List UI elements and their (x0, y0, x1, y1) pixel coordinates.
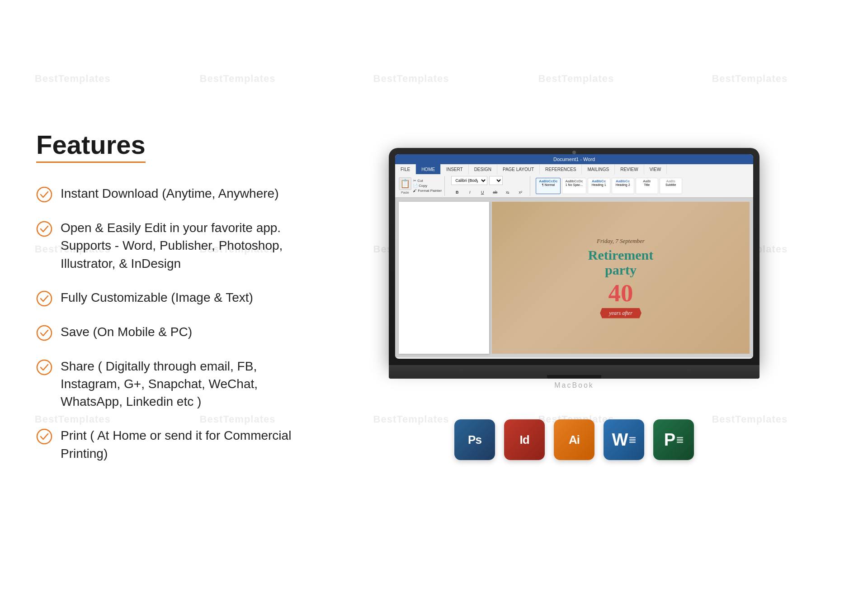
id-label: Id (519, 433, 529, 447)
app-icons-row: Ps Id Ai W P (454, 419, 694, 460)
retirement-card: Friday, 7 September Retirement party 40 … (492, 202, 750, 354)
word-tab-page-layout[interactable]: PAGE LAYOUT (497, 164, 540, 174)
word-ribbon: FILEHOMEINSERTDESIGNPAGE LAYOUTREFERENCE… (395, 164, 753, 198)
check-icon (36, 325, 52, 341)
laptop-base: MacBook (389, 365, 760, 379)
card-number: 40 (609, 280, 633, 305)
word-tab-file[interactable]: FILE (395, 164, 416, 174)
italic-button[interactable]: I (464, 186, 476, 198)
underline-button[interactable]: U (476, 186, 488, 198)
feature-item: Open & Easily Edit in your favorite app.… (36, 219, 298, 272)
feature-text: Fully Customizable (Image & Text) (61, 289, 253, 306)
ai-label: Ai (569, 433, 580, 447)
p-line-1 (677, 437, 683, 438)
word-tab-design[interactable]: DESIGN (469, 164, 497, 174)
features-list: Instant Download (Anytime, Anywhere) Ope… (36, 185, 298, 462)
pub-symbol: P (664, 430, 683, 450)
word-w-letter: W (612, 430, 628, 450)
word-tab-insert[interactable]: INSERT (441, 164, 469, 174)
card-title-retirement: Retirement (588, 247, 653, 262)
illustrator-icon: Ai (554, 419, 594, 460)
word-tab-references[interactable]: REFERENCES (540, 164, 582, 174)
word-tab-view[interactable]: VIEW (644, 164, 667, 174)
svg-point-2 (37, 291, 52, 306)
svg-point-1 (37, 222, 52, 236)
laptop-camera (572, 151, 576, 154)
p-line-3 (677, 442, 683, 443)
indesign-icon: Id (504, 419, 545, 460)
check-icon (36, 290, 52, 307)
style-subtitle[interactable]: AaBb Subtitle (660, 178, 682, 194)
word-tabs: FILEHOMEINSERTDESIGNPAGE LAYOUTREFERENCE… (395, 164, 753, 174)
clipboard-group: 📋 Paste ✂ Cut 📄 Copy 🖌 Format Painter (399, 176, 445, 196)
right-panel: Document1 - Word FILEHOMEINSERTDESIGNPAG… (316, 148, 832, 460)
bold-button[interactable]: B (451, 186, 463, 198)
feature-item: Fully Customizable (Image & Text) (36, 289, 298, 307)
svg-point-5 (37, 429, 52, 444)
feature-text: Open & Easily Edit in your favorite app.… (61, 219, 298, 272)
svg-point-3 (37, 326, 52, 340)
p-line-2 (677, 439, 683, 441)
word-app-icon: W (604, 419, 644, 460)
word-toolbar: 📋 Paste ✂ Cut 📄 Copy 🖌 Format Painter (395, 174, 753, 198)
feature-item: Share ( Digitally through email, FB, Ins… (36, 357, 298, 411)
style-title[interactable]: AaBi Title (636, 178, 658, 194)
pub-p-letter: P (664, 430, 675, 450)
laptop-body: Document1 - Word FILEHOMEINSERTDESIGNPAG… (389, 148, 760, 365)
feature-item: Save (On Mobile & PC) (36, 323, 298, 341)
publisher-icon: P (653, 419, 694, 460)
card-party: party (605, 262, 637, 278)
subscript-button[interactable]: x₂ (502, 186, 514, 198)
ps-label: Ps (468, 433, 481, 447)
laptop-screen: Document1 - Word FILEHOMEINSERTDESIGNPAG… (395, 154, 753, 359)
check-icon (36, 221, 52, 237)
card-banner: years after (600, 308, 642, 318)
feature-text: Instant Download (Anytime, Anywhere) (61, 185, 278, 202)
style-heading2[interactable]: AaBbCc Heading 2 (612, 178, 634, 194)
feature-item: Print ( At Home or send it for Commercia… (36, 427, 298, 462)
word-tab-mailings[interactable]: MAILINGS (582, 164, 615, 174)
w-line-3 (629, 442, 636, 443)
check-icon (36, 428, 52, 445)
font-group: Calibri (Body) 11 B I U (448, 176, 530, 196)
photoshop-icon: Ps (454, 419, 495, 460)
style-heading1[interactable]: AaBbCc Heading 1 (588, 178, 610, 194)
style-no-spacing[interactable]: AaBbCcDc 1 No Spac... (562, 178, 586, 194)
word-symbol: W (612, 430, 636, 450)
font-selector[interactable]: Calibri (Body) (451, 176, 487, 185)
feature-item: Instant Download (Anytime, Anywhere) (36, 185, 298, 203)
strikethrough-button[interactable]: ab (489, 186, 501, 198)
word-titlebar: Document1 - Word (395, 154, 753, 164)
word-lines (629, 437, 636, 443)
svg-point-0 (37, 187, 52, 202)
word-document-area: Friday, 7 September Retirement party 40 … (395, 198, 753, 357)
svg-point-4 (37, 360, 52, 375)
check-icon (36, 186, 52, 203)
feature-text: Share ( Digitally through email, FB, Ins… (61, 357, 298, 411)
card-date: Friday, 7 September (597, 238, 645, 245)
word-title: Document1 - Word (553, 157, 595, 162)
word-page-blank (399, 202, 489, 354)
laptop-brand: MacBook (554, 381, 594, 390)
w-line-2 (629, 439, 636, 441)
superscript-button[interactable]: x² (514, 186, 526, 198)
font-size-selector[interactable]: 11 (489, 176, 503, 185)
feature-text: Save (On Mobile & PC) (61, 323, 192, 341)
styles-group: AaBbCcDc ¶ Normal AaBbCcDc 1 No Spac... … (533, 178, 682, 194)
pub-lines (677, 437, 683, 443)
word-tab-review[interactable]: REVIEW (615, 164, 644, 174)
features-panel: Features Instant Download (Anytime, Anyw… (36, 129, 316, 479)
laptop-container: Document1 - Word FILEHOMEINSERTDESIGNPAG… (389, 148, 760, 383)
word-tab-home[interactable]: HOME (416, 164, 441, 174)
page-title: Features (36, 129, 146, 163)
feature-text: Print ( At Home or send it for Commercia… (61, 427, 298, 462)
word-content-area: Friday, 7 September Retirement party 40 … (492, 202, 750, 354)
style-normal[interactable]: AaBbCcDc ¶ Normal (536, 178, 561, 194)
check-icon (36, 359, 52, 375)
w-line-1 (629, 437, 636, 438)
